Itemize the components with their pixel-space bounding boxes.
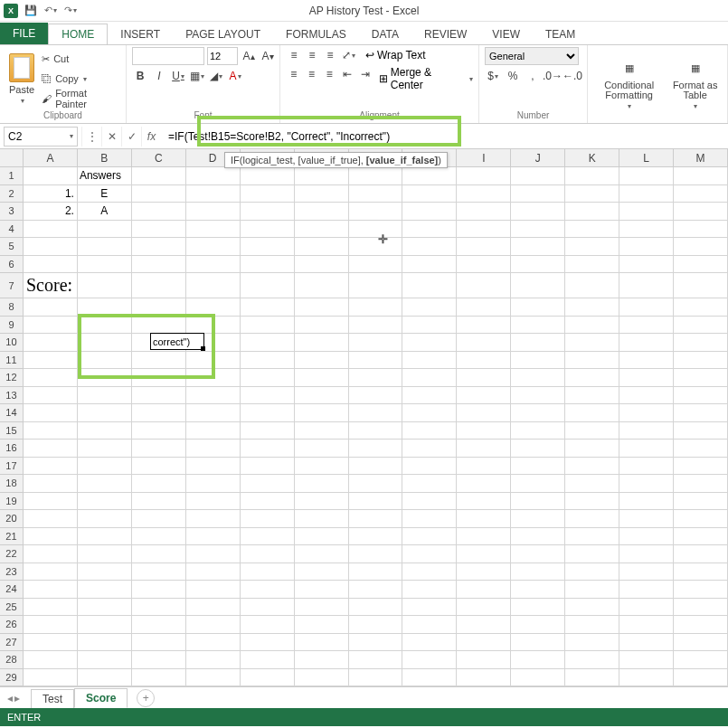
row-header[interactable]: 29 xyxy=(0,669,24,687)
cell[interactable] xyxy=(457,422,511,440)
cell[interactable] xyxy=(619,616,674,634)
cell[interactable] xyxy=(349,528,403,546)
cell[interactable] xyxy=(132,221,186,239)
merge-center-button[interactable]: ⊞Merge & Center▾ xyxy=(379,66,473,91)
cell[interactable] xyxy=(349,369,403,387)
cell[interactable] xyxy=(565,669,619,687)
row-header[interactable]: 15 xyxy=(0,422,24,440)
cell[interactable] xyxy=(349,669,403,687)
cell[interactable] xyxy=(565,651,619,669)
cell[interactable] xyxy=(511,185,565,203)
cell[interactable] xyxy=(511,256,565,274)
cell[interactable] xyxy=(132,387,186,405)
cell[interactable] xyxy=(674,185,728,203)
cell[interactable] xyxy=(186,669,241,687)
cell[interactable] xyxy=(295,528,349,546)
italic-button[interactable]: I xyxy=(151,68,167,84)
cell[interactable] xyxy=(241,352,295,370)
cell[interactable] xyxy=(132,422,186,440)
cell[interactable] xyxy=(619,599,674,617)
cell[interactable] xyxy=(511,599,565,617)
cell[interactable] xyxy=(619,369,674,387)
cell[interactable] xyxy=(619,404,674,422)
cell[interactable] xyxy=(402,203,457,221)
cell[interactable] xyxy=(24,369,78,387)
cell[interactable] xyxy=(241,334,295,352)
cell[interactable] xyxy=(78,545,132,563)
cell[interactable] xyxy=(24,581,78,599)
align-right-icon[interactable]: ≡ xyxy=(322,66,338,82)
cell[interactable] xyxy=(349,334,403,352)
cell[interactable] xyxy=(619,185,674,203)
cell[interactable] xyxy=(186,634,241,652)
cell[interactable] xyxy=(457,545,511,563)
cell[interactable] xyxy=(674,581,728,599)
cell[interactable] xyxy=(24,599,78,617)
cell[interactable] xyxy=(349,440,403,458)
cell[interactable] xyxy=(186,493,241,511)
decrease-indent-icon[interactable]: ⇤ xyxy=(339,66,355,82)
cell[interactable] xyxy=(186,352,241,370)
cell[interactable] xyxy=(24,634,78,652)
cell[interactable] xyxy=(186,369,241,387)
align-top-icon[interactable]: ≡ xyxy=(286,47,302,63)
cell[interactable] xyxy=(511,387,565,405)
cell[interactable] xyxy=(295,317,349,335)
tab-scroll-right-icon[interactable]: ▸ xyxy=(14,692,20,704)
cell[interactable] xyxy=(402,298,457,317)
cell[interactable] xyxy=(349,510,403,528)
cell[interactable] xyxy=(402,599,457,617)
cell[interactable] xyxy=(674,493,728,511)
cell[interactable] xyxy=(674,545,728,563)
cell[interactable] xyxy=(78,458,132,476)
cell[interactable] xyxy=(402,238,457,256)
cell[interactable] xyxy=(241,599,295,617)
cell[interactable] xyxy=(511,563,565,581)
cell[interactable] xyxy=(78,528,132,546)
cell[interactable] xyxy=(295,298,349,317)
save-icon[interactable]: 💾 xyxy=(24,4,38,18)
cell[interactable] xyxy=(349,238,403,256)
cell[interactable] xyxy=(241,404,295,422)
cell[interactable] xyxy=(186,203,241,221)
cell[interactable] xyxy=(186,563,241,581)
cell[interactable] xyxy=(674,167,728,185)
cell[interactable] xyxy=(457,369,511,387)
cell[interactable] xyxy=(457,599,511,617)
cell[interactable] xyxy=(295,599,349,617)
cell[interactable] xyxy=(295,510,349,528)
cell[interactable] xyxy=(78,298,132,317)
cell[interactable] xyxy=(295,475,349,493)
cell[interactable] xyxy=(241,256,295,274)
cell[interactable] xyxy=(24,510,78,528)
cell[interactable] xyxy=(295,634,349,652)
cell[interactable] xyxy=(674,528,728,546)
cell[interactable] xyxy=(349,387,403,405)
row-header[interactable]: 23 xyxy=(0,563,24,581)
cell[interactable] xyxy=(619,528,674,546)
cell[interactable] xyxy=(78,273,132,298)
cell[interactable] xyxy=(24,298,78,317)
cell[interactable] xyxy=(619,458,674,476)
sheet-tab-test[interactable]: Test xyxy=(31,689,74,708)
row-header[interactable]: 28 xyxy=(0,651,24,669)
cell[interactable] xyxy=(132,563,186,581)
cell[interactable] xyxy=(349,352,403,370)
col-header[interactable]: B xyxy=(78,149,132,166)
cell[interactable] xyxy=(132,651,186,669)
cell[interactable] xyxy=(24,616,78,634)
cell[interactable] xyxy=(349,273,403,298)
cell[interactable]: A xyxy=(78,203,132,221)
cell[interactable] xyxy=(78,475,132,493)
cell[interactable] xyxy=(24,669,78,687)
cell[interactable] xyxy=(402,510,457,528)
cell[interactable] xyxy=(186,545,241,563)
tab-home[interactable]: HOME xyxy=(48,24,108,44)
cell[interactable] xyxy=(78,493,132,511)
cell[interactable] xyxy=(186,475,241,493)
cell[interactable] xyxy=(132,458,186,476)
cell[interactable] xyxy=(619,475,674,493)
cell[interactable] xyxy=(674,298,728,317)
cell[interactable] xyxy=(241,563,295,581)
cell[interactable] xyxy=(349,167,403,185)
